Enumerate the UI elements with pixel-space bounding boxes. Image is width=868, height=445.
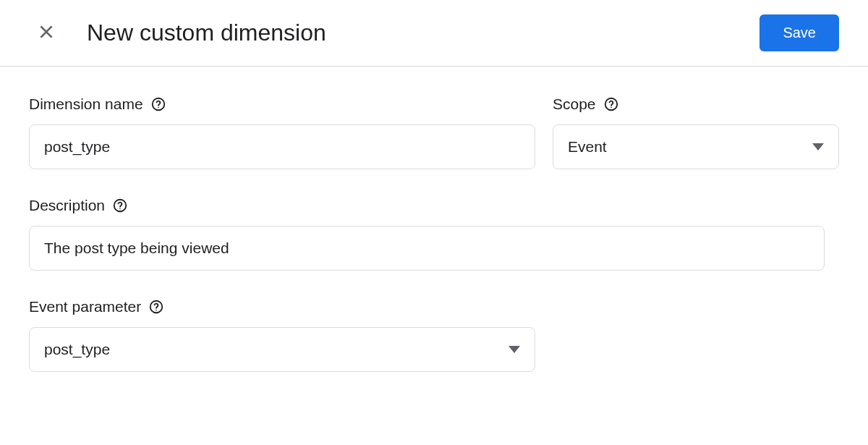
dialog-title: New custom dimension [87, 20, 760, 46]
event-parameter-select[interactable]: post_type [29, 327, 535, 372]
close-icon [37, 22, 56, 44]
help-icon[interactable] [603, 96, 619, 112]
dialog-header: New custom dimension Save [0, 0, 868, 67]
scope-field: Scope Event [553, 96, 839, 169]
event-parameter-label: Event parameter [29, 298, 141, 315]
description-label: Description [29, 197, 105, 214]
chevron-down-icon [509, 346, 520, 353]
svg-point-9 [156, 310, 157, 311]
scope-select[interactable]: Event [553, 124, 839, 169]
description-input[interactable] [29, 226, 825, 271]
dimension-name-label: Dimension name [29, 96, 143, 113]
close-button[interactable] [29, 16, 64, 51]
description-field: Description [29, 197, 825, 271]
scope-selected-value: Event [568, 138, 607, 156]
help-icon[interactable] [148, 299, 164, 315]
svg-point-5 [610, 107, 612, 109]
dimension-name-input[interactable] [29, 124, 535, 169]
chevron-down-icon [812, 143, 824, 151]
scope-label: Scope [553, 96, 596, 113]
svg-point-3 [158, 107, 159, 109]
event-parameter-field: Event parameter post_type [29, 298, 535, 372]
help-icon[interactable] [150, 96, 166, 112]
save-button[interactable]: Save [760, 14, 839, 51]
dimension-name-field: Dimension name [29, 96, 535, 169]
svg-point-7 [119, 208, 121, 210]
help-icon[interactable] [112, 198, 128, 213]
event-parameter-selected-value: post_type [44, 341, 110, 358]
form-body: Dimension name Scope Event [0, 67, 868, 372]
